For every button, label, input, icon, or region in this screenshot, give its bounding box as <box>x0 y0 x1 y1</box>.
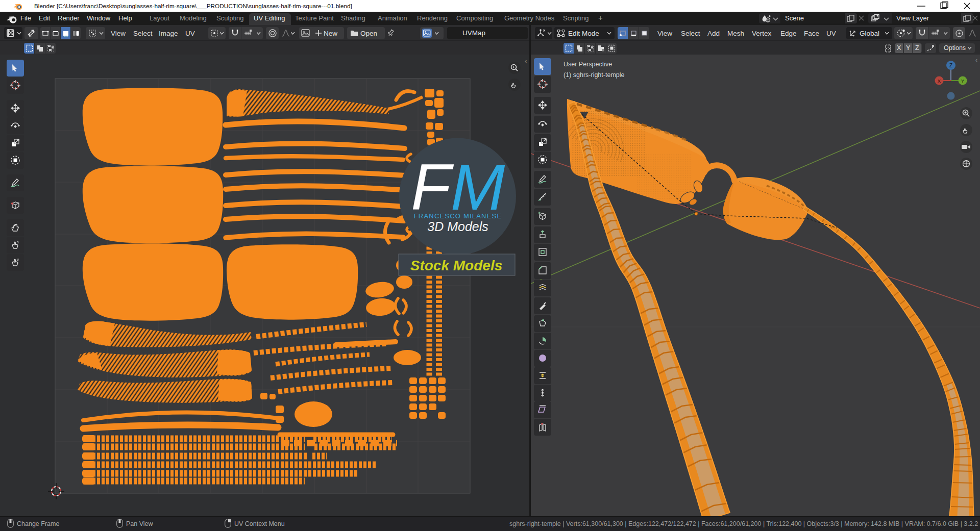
svg-text:FRANCESCO MILANESE: FRANCESCO MILANESE <box>414 212 502 220</box>
svg-text:‹: ‹ <box>975 57 977 64</box>
svg-text:X: X <box>938 78 941 84</box>
svg-text:User Perspective: User Perspective <box>564 61 612 68</box>
svg-text:3D Models: 3D Models <box>427 219 488 234</box>
svg-text:Stock Models: Stock Models <box>410 258 502 273</box>
svg-text:Y: Y <box>961 78 965 84</box>
svg-text:Z: Z <box>949 63 952 68</box>
svg-text:(1) sghrs-right-temple: (1) sghrs-right-temple <box>564 71 625 79</box>
